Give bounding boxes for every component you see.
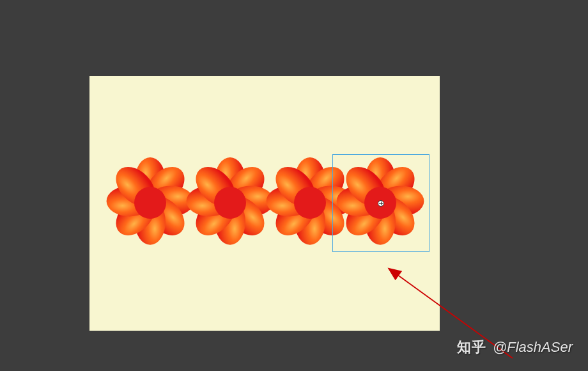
- watermark: 知乎 @FlashASer: [457, 338, 573, 357]
- registration-point-icon[interactable]: [378, 200, 384, 207]
- watermark-handle: @FlashASer: [493, 339, 573, 356]
- flower-center: [134, 187, 166, 219]
- flower-center: [214, 187, 246, 219]
- flower-center: [294, 187, 326, 219]
- zhihu-logo-icon: 知乎: [457, 338, 486, 357]
